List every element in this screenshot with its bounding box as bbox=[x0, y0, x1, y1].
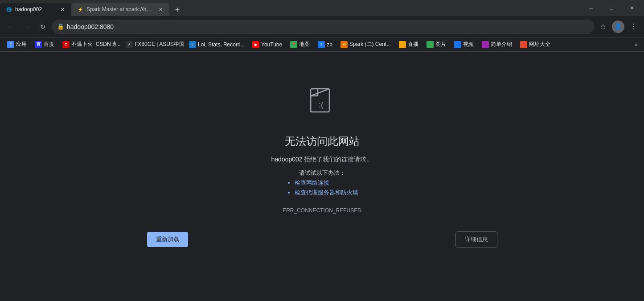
svg-text::(: :( bbox=[319, 100, 324, 109]
error-title: 无法访问此网站 bbox=[285, 134, 360, 148]
baidu-icon: 百 bbox=[35, 41, 42, 48]
tabs-area: 🌐 hadoop002 ✕ ⚡ Spark Master at spark://… bbox=[0, 0, 577, 16]
img-icon bbox=[427, 41, 434, 48]
reload-page-button[interactable]: 重新加载 bbox=[147, 232, 188, 247]
apps-icon: ⠿ bbox=[7, 41, 14, 48]
lock-icon: 🔒 bbox=[57, 23, 64, 30]
new-tab-button[interactable]: + bbox=[171, 4, 184, 16]
bookmark-baidu-label: 百度 bbox=[44, 41, 54, 48]
tab2-close[interactable]: ✕ bbox=[157, 6, 164, 13]
error-code: ERR_CONNECTION_REFUSED bbox=[283, 207, 361, 214]
bookmark-asus-label: FX80GE | ASUS中国 bbox=[135, 41, 185, 48]
address-bar[interactable]: 🔒 hadoop002:8080 bbox=[52, 20, 594, 34]
minimize-button[interactable]: ─ bbox=[581, 0, 601, 16]
bookmark-youtube-label: YouTube bbox=[261, 41, 282, 48]
asus-icon: A bbox=[126, 41, 133, 48]
error-list: 检查网络连接 检查代理服务器和防火墙 bbox=[286, 179, 358, 198]
error-hostname: hadoop002 bbox=[271, 156, 303, 163]
tab2-label: Spark Master at spark://hadoo... bbox=[86, 6, 154, 12]
bookmark-live-label: 直播 bbox=[408, 41, 418, 48]
video-icon bbox=[454, 41, 461, 48]
zb-icon: Z bbox=[318, 41, 325, 48]
error-subtitle: hadoop002 拒绝了我们的连接请求。 bbox=[271, 156, 373, 164]
bookmark-lol[interactable]: L LoL Stats, Record... bbox=[185, 39, 248, 50]
lol-icon: L bbox=[189, 41, 196, 48]
tab1-favicon: 🌐 bbox=[5, 6, 12, 13]
menu-button[interactable]: ⋮ bbox=[626, 20, 640, 34]
bookmark-csdn-label: 不温卜火_CSDN博... bbox=[71, 41, 121, 48]
youtube-icon: ▶ bbox=[252, 41, 259, 48]
bookmarks-bar: ⠿ 应用 百 百度 C 不温卜火_CSDN博... A FX80GE | ASU… bbox=[0, 37, 644, 52]
bookmark-zb[interactable]: Z zb bbox=[314, 39, 336, 50]
svg-line-1 bbox=[311, 89, 329, 96]
bookmark-intro[interactable]: 简单介绍 bbox=[478, 39, 516, 50]
toolbar: ← → ↻ 🔒 hadoop002:8080 ☆ 👤 ⋮ bbox=[0, 16, 644, 37]
error-buttons: 重新加载 详细信息 bbox=[147, 231, 497, 247]
tab-1[interactable]: 🌐 hadoop002 ✕ bbox=[0, 3, 71, 16]
bookmark-lol-label: LoL Stats, Record... bbox=[198, 41, 245, 48]
tab2-favicon: ⚡ bbox=[77, 6, 84, 13]
bookmark-csdn[interactable]: C 不温卜火_CSDN博... bbox=[59, 39, 121, 50]
csdn-icon: C bbox=[62, 41, 70, 48]
bookmark-live[interactable]: 直播 bbox=[395, 39, 422, 50]
more-bookmarks-button[interactable]: » bbox=[632, 40, 640, 49]
back-button[interactable]: ← bbox=[4, 20, 18, 34]
profile-button[interactable]: 👤 bbox=[612, 21, 624, 33]
bookmark-spark[interactable]: ⚡ Spark (二) Cent... bbox=[337, 39, 394, 50]
error-suggestion-label: 请试试以下办法： bbox=[299, 169, 345, 177]
error-subtitle-suffix: 拒绝了我们的连接请求。 bbox=[303, 156, 373, 163]
bookmark-star-button[interactable]: ☆ bbox=[596, 20, 610, 34]
details-button[interactable]: 详细信息 bbox=[455, 231, 497, 247]
bookmark-apps[interactable]: ⠿ 应用 bbox=[4, 39, 30, 50]
address-text: hadoop002:8080 bbox=[67, 23, 589, 30]
bookmark-video-label: 视频 bbox=[463, 41, 474, 48]
intro-icon bbox=[482, 41, 489, 48]
bookmark-img[interactable]: 图片 bbox=[423, 39, 450, 50]
bookmark-youtube[interactable]: ▶ YouTube bbox=[249, 39, 286, 50]
bookmark-maps-label: 地图 bbox=[299, 41, 310, 48]
site-icon bbox=[520, 41, 527, 48]
bookmark-img-label: 图片 bbox=[435, 41, 446, 48]
maps-icon: 📍 bbox=[290, 41, 297, 48]
suggestion-proxy[interactable]: 检查代理服务器和防火墙 bbox=[295, 189, 358, 197]
spark-icon: ⚡ bbox=[340, 41, 348, 48]
forward-button[interactable]: → bbox=[20, 20, 34, 34]
suggestion-network[interactable]: 检查网络连接 bbox=[295, 179, 358, 187]
bookmark-site-label: 网址大全 bbox=[529, 41, 550, 48]
close-button[interactable]: ✕ bbox=[622, 0, 642, 16]
bookmark-zb-label: zb bbox=[327, 41, 332, 48]
tab1-close[interactable]: ✕ bbox=[59, 6, 66, 13]
title-bar: 🌐 hadoop002 ✕ ⚡ Spark Master at spark://… bbox=[0, 0, 644, 16]
live-icon bbox=[399, 41, 406, 48]
bookmark-spark-label: Spark (二) Cent... bbox=[349, 41, 391, 48]
maximize-button[interactable]: □ bbox=[601, 0, 622, 16]
bookmark-maps[interactable]: 📍 地图 bbox=[287, 39, 313, 50]
bookmark-apps-label: 应用 bbox=[16, 41, 27, 48]
bookmark-asus[interactable]: A FX80GE | ASUS中国 bbox=[122, 39, 185, 50]
main-content: :( 无法访问此网站 hadoop002 拒绝了我们的连接请求。 请试试以下办法… bbox=[0, 52, 644, 284]
window-controls: ─ □ ✕ bbox=[577, 0, 644, 16]
tab1-label: hadoop002 bbox=[15, 6, 56, 12]
bookmark-intro-label: 简单介绍 bbox=[491, 41, 512, 48]
tab-2[interactable]: ⚡ Spark Master at spark://hadoo... ✕ bbox=[71, 3, 169, 16]
bookmark-baidu[interactable]: 百 百度 bbox=[31, 39, 58, 50]
bookmark-video[interactable]: 视频 bbox=[451, 39, 477, 50]
reload-button[interactable]: ↻ bbox=[36, 20, 50, 34]
error-icon: :( bbox=[308, 88, 336, 120]
bookmark-site[interactable]: 网址大全 bbox=[517, 39, 554, 50]
